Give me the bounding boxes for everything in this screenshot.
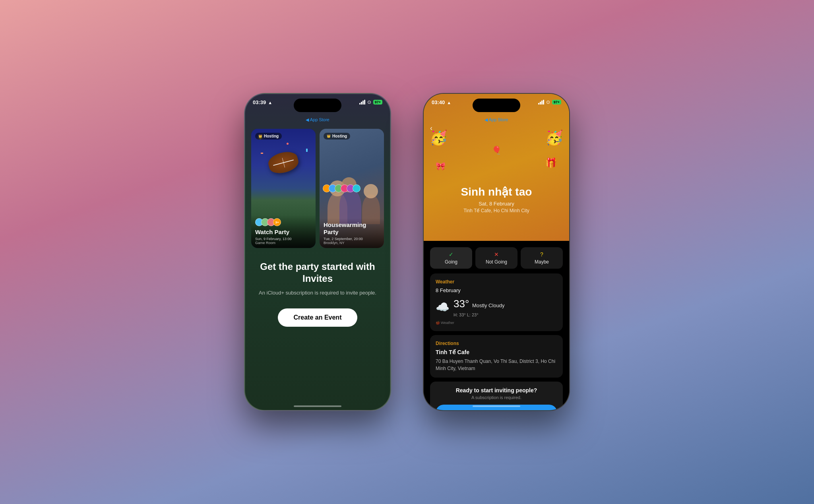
hosting-label-1: Hosting — [264, 134, 279, 138]
hosting-badge-2: 👑 Hosting — [324, 133, 350, 140]
app-store-link-1[interactable]: ◀ App Store — [306, 117, 329, 122]
person-icon-1: ▲ — [268, 100, 272, 105]
hosting-badge-1: 👑 Hosting — [255, 133, 282, 140]
card1-info: 3+ Watch Party Sun, 9 February, 13:00 Ga… — [251, 215, 316, 248]
maybe-icon: ? — [540, 251, 543, 258]
going-button[interactable]: ✓ Going — [430, 247, 472, 269]
maybe-label: Maybe — [535, 259, 549, 265]
card1-title: Watch Party — [255, 229, 312, 236]
create-event-button[interactable]: Create an Event — [278, 308, 358, 327]
card2-title: Housewarming Party — [324, 221, 380, 236]
card2-date: Tue, 2 September, 20:00 — [324, 237, 380, 241]
time-2: 03:40 — [432, 99, 445, 105]
card2-avatars — [323, 184, 359, 192]
weather-card[interactable]: Weather 8 February ☁️ 33° Mostly Cloudy … — [430, 273, 563, 331]
app-store-bar-1: ◀ App Store — [245, 115, 390, 124]
watch-party-card[interactable]: 👑 Hosting 3+ Watch Party Sun, 9 February… — [251, 129, 316, 248]
maybe-button[interactable]: ? Maybe — [521, 247, 563, 269]
weather-source-label: Weather — [441, 320, 454, 326]
app-store-bar-2: ◀ App Store — [424, 115, 569, 124]
weather-condition: Mostly Cloudy — [472, 302, 505, 308]
battery-badge-1: 97+ — [373, 100, 382, 105]
screen-content-2: 03:40 ▲ ⊙ 97+ ◀ App Store � — [424, 94, 569, 410]
hosting-label-2: Hosting — [332, 134, 347, 138]
not-going-button[interactable]: ✕ Not Going — [475, 247, 517, 269]
app-store-link-2[interactable]: ◀ App Store — [485, 117, 508, 122]
directions-card[interactable]: Directions Tinh Tế Cafe 70 Ba Huyen Than… — [430, 335, 563, 378]
back-button[interactable]: ‹ — [430, 124, 432, 132]
cloud-icon: ☁️ — [436, 299, 450, 315]
event-date: Sat, 8 February — [479, 201, 514, 207]
weather-temp: 33° — [454, 298, 469, 310]
directions-address: 70 Ba Huyen Thanh Quan, Vo Thi Sau, Dist… — [436, 358, 557, 372]
housewarming-card[interactable]: 👑 Hosting Housewarming Party Tue, 2 Sept… — [320, 129, 384, 248]
event-title-area: Sinh nhật tao Sat, 8 February Tinh Tế Ca… — [424, 185, 569, 213]
card1-avatars: 3+ — [255, 218, 312, 226]
weather-high-low: H: 33° L: 23° — [454, 312, 505, 318]
invite-title: Ready to start inviting people? — [436, 387, 557, 394]
home-indicator-2 — [473, 405, 520, 407]
directions-content: Tinh Tế Cafe 70 Ba Huyen Thanh Quan, Vo … — [436, 349, 557, 372]
event-title: Sinh nhật tao — [461, 185, 532, 198]
weather-date: 8 February — [436, 287, 557, 294]
phone-2: 03:40 ▲ ⊙ 97+ ◀ App Store � — [423, 93, 570, 411]
event-location: Tinh Tế Cafe, Ho Chi Minh City — [463, 208, 529, 213]
emoji-balloon: 🎈 — [492, 145, 502, 155]
dynamic-island-1 — [294, 99, 341, 112]
card2-location: Brooklyn, NY — [324, 241, 380, 245]
card2-info: Housewarming Party Tue, 2 September, 20:… — [320, 218, 384, 248]
wifi-icon-2: ⊙ — [546, 99, 550, 105]
time-1: 03:39 — [253, 99, 266, 105]
weather-content: 8 February ☁️ 33° Mostly Cloudy H: 33° L… — [436, 287, 557, 326]
going-label: Going — [445, 259, 457, 265]
party-subtitle: An iCloud+ subscription is required to i… — [259, 289, 376, 297]
not-going-icon: ✕ — [494, 251, 499, 258]
avatar-count-1: 3+ — [273, 218, 281, 226]
directions-title: Directions — [436, 341, 557, 346]
status-right-1: ⊙ 97+ — [359, 99, 382, 105]
weather-info: 33° Mostly Cloudy H: 33° L: 23° — [454, 297, 505, 318]
going-icon: ✓ — [449, 251, 454, 258]
person-icon-2: ▲ — [447, 100, 451, 105]
not-going-label: Not Going — [486, 259, 507, 265]
status-time-2: 03:40 ▲ — [432, 99, 451, 105]
weather-source: 🍎 Weather — [436, 320, 557, 326]
weather-row: ☁️ 33° Mostly Cloudy H: 33° L: 23° — [436, 297, 557, 318]
status-right-2: ⊙ 97+ — [538, 99, 561, 105]
home-indicator-1 — [294, 405, 341, 407]
invite-subtitle: A subscription is required. — [436, 395, 557, 400]
card1-location: Game Room — [255, 241, 312, 245]
signal-icon-1 — [359, 100, 365, 105]
phone-1: 03:39 ▲ ⊙ 97+ ◀ App Store — [244, 93, 391, 411]
signal-icon-2 — [538, 100, 544, 105]
main-content: Get the party started with Invites An iC… — [245, 253, 390, 410]
status-time-1: 03:39 ▲ — [253, 99, 272, 105]
card1-date: Sun, 9 February, 13:00 — [255, 237, 312, 241]
avatar-c2-6 — [353, 184, 360, 192]
emoji-right: 🥳 — [545, 130, 563, 146]
directions-name: Tinh Tế Cafe — [436, 349, 557, 357]
wifi-icon-1: ⊙ — [367, 99, 371, 105]
emoji-gift2: 🎀 — [436, 161, 446, 171]
rsvp-row: ✓ Going ✕ Not Going ? Maybe — [430, 247, 563, 269]
party-headline: Get the party started with Invites — [257, 261, 378, 285]
bottom-sheet: ✓ Going ✕ Not Going ? Maybe Weather 8 Fe… — [424, 241, 569, 410]
dynamic-island-2 — [473, 99, 520, 112]
weather-title: Weather — [436, 279, 557, 285]
battery-badge-2: 97+ — [552, 100, 561, 105]
events-grid: 👑 Hosting 3+ Watch Party Sun, 9 February… — [251, 129, 384, 248]
emoji-gift: 🎁 — [545, 157, 557, 169]
